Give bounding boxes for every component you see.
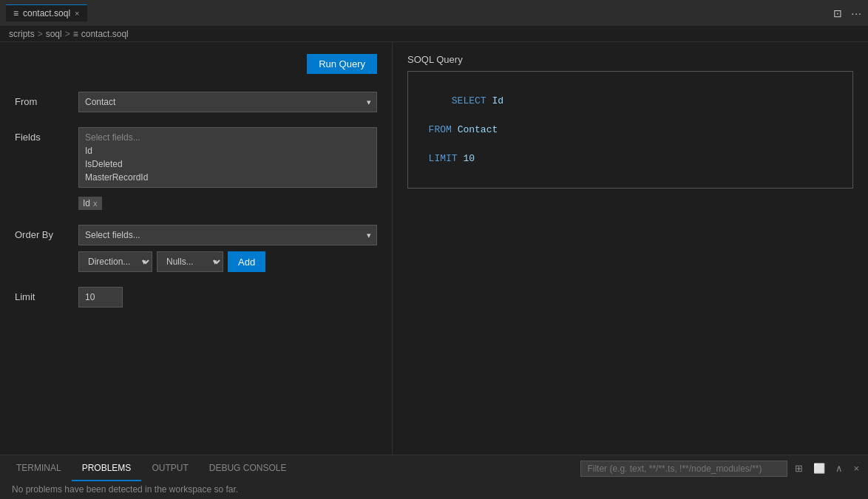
split-editor-icon[interactable]: ⊡ bbox=[833, 7, 842, 19]
tab-problems[interactable]: PROBLEMS bbox=[72, 455, 142, 481]
limit-row: Limit 10 bbox=[15, 287, 377, 308]
breadcrumb-soql[interactable]: soql bbox=[46, 29, 62, 39]
from-controls: Contact Account Lead Opportunity Case bbox=[78, 92, 377, 112]
fields-container: Select fields... Id IsDeleted MasterReco… bbox=[78, 127, 377, 188]
selected-tags: Id x bbox=[78, 194, 377, 210]
title-bar: ≡ contact.soql × ⊡ ··· bbox=[0, 0, 868, 26]
direction-wrapper: Direction... ASC DESC bbox=[78, 251, 152, 272]
bottom-tabs: TERMINAL PROBLEMS OUTPUT DEBUG CONSOLE ⊞… bbox=[0, 455, 868, 481]
add-button[interactable]: Add bbox=[228, 251, 265, 272]
tab[interactable]: ≡ contact.soql × bbox=[6, 4, 87, 21]
run-query-area: Run Query bbox=[15, 54, 377, 74]
tab-close-icon[interactable]: × bbox=[75, 9, 79, 18]
from-select[interactable]: Contact Account Lead Opportunity Case bbox=[78, 92, 377, 112]
list-item[interactable]: IsDeleted bbox=[79, 157, 376, 171]
from-row: From Contact Account Lead Opportunity Ca… bbox=[15, 92, 377, 112]
soql-label: SOQL Query bbox=[407, 54, 853, 65]
tab-terminal[interactable]: TERMINAL bbox=[6, 455, 72, 481]
maximize-icon[interactable]: ⬜ bbox=[810, 461, 828, 475]
filter-input[interactable] bbox=[580, 461, 787, 477]
breadcrumb-sep1: > bbox=[38, 29, 43, 39]
order-by-controls-container: Select fields... Direction... ASC DESC N… bbox=[78, 225, 377, 272]
breadcrumb-scripts[interactable]: scripts bbox=[9, 29, 35, 39]
close-panel-icon[interactable]: × bbox=[850, 461, 862, 475]
tab-name: contact.soql bbox=[23, 8, 70, 18]
soql-query-box: SELECT Id FROM Contact LIMIT 10 bbox=[407, 71, 853, 189]
query-builder: Run Query From Contact Account Lead Oppo… bbox=[0, 42, 392, 455]
from-label: From bbox=[15, 92, 67, 107]
chevron-up-icon[interactable]: ∧ bbox=[833, 461, 846, 475]
bottom-status: No problems have been detected in the wo… bbox=[0, 481, 868, 499]
order-by-row: Order By Select fields... Direction... A… bbox=[15, 225, 377, 272]
fields-label: Fields bbox=[15, 127, 67, 143]
title-bar-left: ≡ contact.soql × bbox=[6, 4, 87, 21]
tab-output[interactable]: OUTPUT bbox=[141, 455, 198, 481]
order-by-sub-controls: Direction... ASC DESC Nulls... NULLS FIR… bbox=[78, 251, 377, 272]
tab-debug-console[interactable]: DEBUG CONSOLE bbox=[199, 455, 297, 481]
bottom-filter-row: ⊞ ⬜ ∧ × bbox=[580, 461, 862, 477]
nulls-wrapper: Nulls... NULLS FIRST NULLS LAST bbox=[157, 251, 223, 272]
fields-placeholder[interactable]: Select fields... bbox=[79, 131, 376, 144]
fields-row: Fields Select fields... Id IsDeleted Mas… bbox=[15, 127, 377, 210]
order-by-label: Order By bbox=[15, 225, 67, 240]
order-by-select-wrapper: Select fields... bbox=[78, 225, 377, 245]
soql-panel: SOQL Query SELECT Id FROM Contact LIMIT … bbox=[393, 42, 868, 455]
filter-icon[interactable]: ⊞ bbox=[792, 461, 806, 475]
limit-input[interactable]: 10 bbox=[78, 287, 123, 308]
tag-remove-id[interactable]: x bbox=[93, 199, 98, 208]
from-select-wrapper: Contact Account Lead Opportunity Case bbox=[78, 92, 377, 112]
breadcrumb-file-icon: ≡ bbox=[73, 29, 78, 39]
title-bar-right: ⊡ ··· bbox=[833, 7, 862, 19]
breadcrumb-filename: contact.soql bbox=[81, 29, 129, 39]
field-tag-id: Id x bbox=[78, 197, 102, 210]
run-query-button[interactable]: Run Query bbox=[307, 54, 377, 74]
breadcrumb-sep2: > bbox=[65, 29, 70, 39]
fields-controls: Select fields... Id IsDeleted MasterReco… bbox=[78, 127, 377, 210]
direction-select[interactable]: Direction... ASC DESC bbox=[78, 251, 152, 272]
nulls-select[interactable]: Nulls... NULLS FIRST NULLS LAST bbox=[157, 251, 223, 272]
list-item[interactable]: Id bbox=[79, 144, 376, 157]
limit-label: Limit bbox=[15, 287, 67, 302]
bottom-panel: TERMINAL PROBLEMS OUTPUT DEBUG CONSOLE ⊞… bbox=[0, 455, 868, 499]
file-icon: ≡ bbox=[13, 8, 18, 18]
fields-list[interactable]: Select fields... Id IsDeleted MasterReco… bbox=[79, 128, 376, 187]
limit-controls: 10 bbox=[78, 287, 377, 308]
list-item[interactable]: MasterRecordId bbox=[79, 171, 376, 184]
tag-label: Id bbox=[83, 198, 90, 208]
order-by-select[interactable]: Select fields... bbox=[78, 225, 377, 245]
main-content: Run Query From Contact Account Lead Oppo… bbox=[0, 42, 868, 455]
breadcrumb: scripts > soql > ≡ contact.soql bbox=[0, 26, 868, 42]
more-actions-icon[interactable]: ··· bbox=[851, 7, 862, 19]
